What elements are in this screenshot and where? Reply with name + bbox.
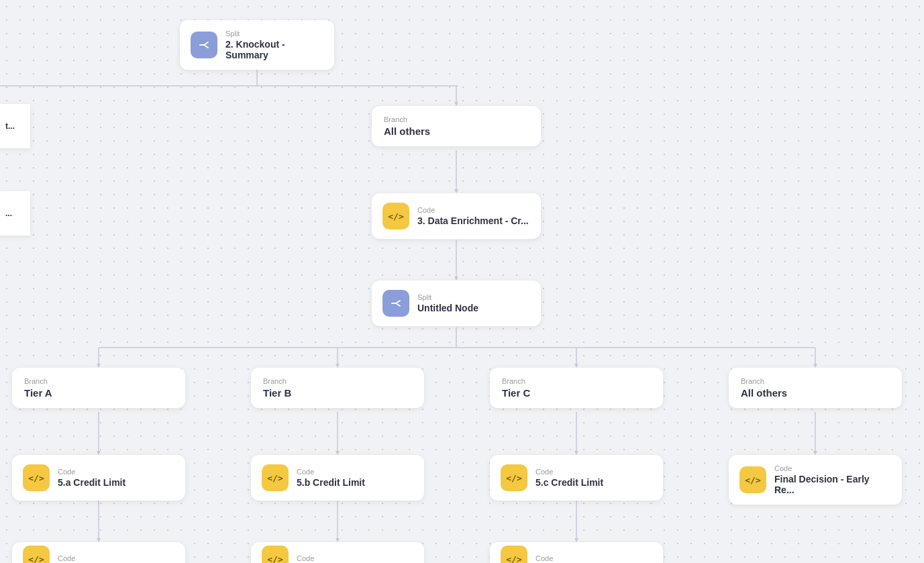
branch-tier-c-title: Tier C xyxy=(502,387,651,399)
code-5b-title: 5.b Credit Limit xyxy=(297,477,365,488)
partial-card-bottom-left[interactable]: ... xyxy=(0,191,30,236)
code-bottom-a-node[interactable]: </> Code xyxy=(12,542,185,563)
code-5a-node[interactable]: </> Code 5.a Credit Limit xyxy=(12,455,185,501)
branch-all-others-top-label: Branch xyxy=(384,115,529,123)
split-untitled-node[interactable]: Split Untitled Node xyxy=(372,280,541,326)
code-5b-label: Code xyxy=(297,468,365,476)
partial-title-top: t... xyxy=(5,121,18,131)
code-final-label: Code xyxy=(774,464,891,472)
code-5c-title: 5.c Credit Limit xyxy=(535,477,603,488)
branch-tier-c-label: Branch xyxy=(502,377,651,385)
split-untitled-label: Split xyxy=(417,293,478,301)
code-bottom-b-icon: </> xyxy=(262,546,289,563)
code-bottom-c-text: Code xyxy=(535,554,553,563)
branch-all-others-top[interactable]: Branch All others xyxy=(372,106,541,146)
partial-card-top-left[interactable]: t... xyxy=(0,104,30,148)
code-5c-icon: </> xyxy=(501,464,527,491)
code-bottom-a-icon: </> xyxy=(23,546,50,563)
branch-all-others-bottom-label: Branch xyxy=(741,377,890,385)
code-enrichment-title: 3. Data Enrichment - Cr... xyxy=(417,215,529,226)
branch-tier-a[interactable]: Branch Tier A xyxy=(12,368,185,408)
code-final-node[interactable]: </> Code Final Decision - Early Re... xyxy=(729,455,902,505)
code-data-enrichment-node[interactable]: </> Code 3. Data Enrichment - Cr... xyxy=(372,193,541,239)
branch-all-others-bottom[interactable]: Branch All others xyxy=(729,368,902,408)
code-enrichment-text: Code 3. Data Enrichment - Cr... xyxy=(417,206,529,226)
code-final-title: Final Decision - Early Re... xyxy=(774,474,891,495)
code-enrichment-label: Code xyxy=(417,206,529,214)
code-final-text: Code Final Decision - Early Re... xyxy=(774,464,891,495)
branch-tier-b-title: Tier B xyxy=(263,387,412,399)
split-untitled-icon xyxy=(382,290,409,317)
code-bottom-c-node[interactable]: </> Code xyxy=(490,542,663,563)
split-knockout-summary-node[interactable]: Split 2. Knockout - Summary xyxy=(180,20,334,70)
code-5b-node[interactable]: </> Code 5.b Credit Limit xyxy=(251,455,424,501)
branch-tier-b-label: Branch xyxy=(263,377,412,385)
split-knockout-text: Split 2. Knockout - Summary xyxy=(225,30,323,60)
code-bottom-b-text: Code xyxy=(297,554,314,563)
code-5c-label: Code xyxy=(535,468,603,476)
code-final-icon: </> xyxy=(739,466,766,493)
code-bottom-b-node[interactable]: </> Code xyxy=(251,542,424,563)
code-5a-icon: </> xyxy=(23,464,50,491)
code-5b-text: Code 5.b Credit Limit xyxy=(297,468,365,488)
branch-all-others-bottom-title: All others xyxy=(741,387,890,399)
partial-title-bottom: ... xyxy=(5,209,18,218)
code-bottom-c-label: Code xyxy=(535,554,553,562)
code-5a-label: Code xyxy=(58,468,125,476)
code-bottom-a-label: Code xyxy=(58,554,75,562)
code-enrichment-icon: </> xyxy=(382,203,409,229)
code-5a-text: Code 5.a Credit Limit xyxy=(58,468,125,488)
code-5c-text: Code 5.c Credit Limit xyxy=(535,468,603,488)
code-5a-title: 5.a Credit Limit xyxy=(58,477,125,488)
split-untitled-text: Split Untitled Node xyxy=(417,293,478,313)
branch-tier-c[interactable]: Branch Tier C xyxy=(490,368,663,408)
split-untitled-title: Untitled Node xyxy=(417,303,478,313)
split-knockout-label: Split xyxy=(225,30,323,38)
split-knockout-title: 2. Knockout - Summary xyxy=(225,39,323,60)
code-5b-icon: </> xyxy=(262,464,289,491)
branch-tier-a-title: Tier A xyxy=(24,387,173,399)
code-bottom-b-label: Code xyxy=(297,554,314,562)
code-bottom-a-text: Code xyxy=(58,554,75,563)
branch-tier-a-label: Branch xyxy=(24,377,173,385)
branch-all-others-top-title: All others xyxy=(384,125,529,137)
split-icon xyxy=(191,32,217,58)
branch-tier-b[interactable]: Branch Tier B xyxy=(251,368,424,408)
code-5c-node[interactable]: </> Code 5.c Credit Limit xyxy=(490,455,663,501)
code-bottom-c-icon: </> xyxy=(501,546,527,563)
